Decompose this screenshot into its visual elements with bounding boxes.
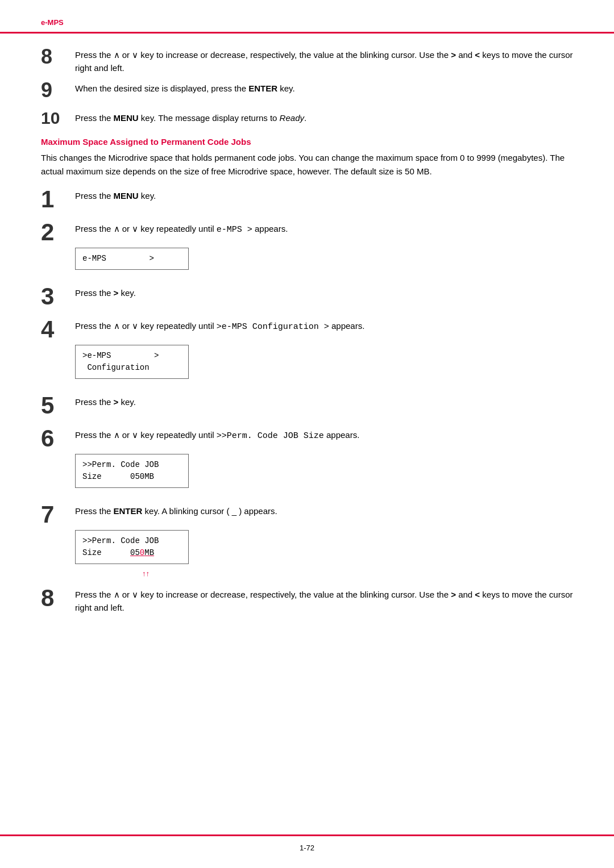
step-row-2: 2 Press the ∧ or ∨ key repeatedly until … — [41, 219, 573, 276]
cursor-arrow-indicator: ↑↑ — [142, 570, 189, 577]
step-row-1: 1 Press the MENU key. — [41, 186, 573, 211]
step-number-8-top: 8 — [41, 45, 75, 67]
step-row-5: 5 Press the > key. — [41, 393, 573, 418]
step-row-10: 10 Press the MENU key. The message displ… — [41, 108, 573, 127]
step-row-6: 6 Press the ∧ or ∨ key repeatedly until … — [41, 425, 573, 494]
step-content-8-top: Press the ∧ or ∨ key to increase or decr… — [75, 45, 573, 74]
step-row-8-top: 8 Press the ∧ or ∨ key to increase or de… — [41, 45, 573, 74]
step-row-8-bottom: 8 Press the ∧ or ∨ key to increase or de… — [41, 585, 573, 614]
step-number-8-bottom: 8 — [41, 585, 75, 610]
step-number-1: 1 — [41, 186, 75, 211]
step-number-5: 5 — [41, 393, 75, 418]
display-box-2: e-MPS > — [75, 248, 189, 270]
display-box-6: >>Perm. Code JOB Size 050MB — [75, 454, 189, 488]
step-row-4: 4 Press the ∧ or ∨ key repeatedly until … — [41, 316, 573, 385]
step-number-9: 9 — [41, 79, 75, 101]
step-content-5: Press the > key. — [75, 393, 573, 409]
step-content-10: Press the MENU key. The message display … — [75, 108, 573, 125]
step-content-4: Press the ∧ or ∨ key repeatedly until >e… — [75, 316, 364, 334]
step-number-3: 3 — [41, 283, 75, 308]
step-content-6: Press the ∧ or ∨ key repeatedly until >>… — [75, 425, 359, 443]
step-number-4: 4 — [41, 316, 75, 341]
footer-page: 1-72 — [300, 844, 314, 852]
step-number-10: 10 — [41, 108, 75, 127]
step-content-9: When the desired size is displayed, pres… — [75, 79, 573, 95]
step-row-7: 7 Press the ENTER key. A blinking cursor… — [41, 502, 573, 577]
step-row-3: 3 Press the > key. — [41, 283, 573, 308]
step-row-9: 9 When the desired size is displayed, pr… — [41, 79, 573, 101]
header-label: e-MPS — [41, 18, 64, 27]
step-content-7: Press the ENTER key. A blinking cursor (… — [75, 502, 277, 518]
section-heading: Maximum Space Assigned to Permanent Code… — [41, 137, 573, 147]
bottom-divider — [0, 834, 614, 836]
section-description: This changes the Microdrive space that h… — [41, 151, 573, 178]
step-content-2: Press the ∧ or ∨ key repeatedly until e-… — [75, 219, 288, 237]
step-number-6: 6 — [41, 425, 75, 450]
step-content-8-bottom: Press the ∧ or ∨ key to increase or decr… — [75, 585, 573, 614]
display-box-4: >e-MPS > Configuration — [75, 345, 189, 379]
step-content-3: Press the > key. — [75, 283, 573, 300]
main-content: 8 Press the ∧ or ∨ key to increase or de… — [41, 45, 573, 823]
step-content-1: Press the MENU key. — [75, 186, 573, 203]
step-number-2: 2 — [41, 219, 75, 244]
top-divider — [0, 32, 614, 34]
display-box-7: >>Perm. Code JOB Size 050MB — [75, 530, 189, 564]
step-number-7: 7 — [41, 502, 75, 527]
